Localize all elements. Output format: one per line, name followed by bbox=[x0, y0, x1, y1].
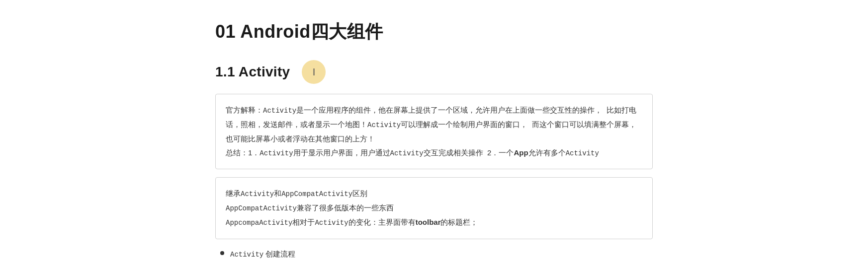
text-line1: 官方解释：Activity是一个应用程序的组件，他在屏幕上提供了一个区域，允许用… bbox=[226, 106, 636, 143]
content-box-2: 继承Activity和AppCompatActivity区别 AppCompat… bbox=[215, 177, 653, 239]
bullet-item-1: Activity 创建流程 bbox=[220, 247, 653, 261]
content-box-1: 官方解释：Activity是一个应用程序的组件，他在屏幕上提供了一个区域，允许用… bbox=[215, 94, 653, 169]
cursor-icon: I bbox=[313, 66, 316, 78]
main-title: 01 Android四大组件 bbox=[215, 20, 653, 44]
section-header: 1.1 Activity I bbox=[215, 60, 653, 84]
content-text-2: 继承Activity和AppCompatActivity区别 AppCompat… bbox=[226, 187, 642, 230]
text-line2: 总结：1．Activity用于显示用户界面，用户通过Activity交互完成相关… bbox=[226, 148, 599, 157]
box2-line1: 继承Activity和AppCompatActivity区别 bbox=[226, 187, 642, 201]
bullet-section: Activity 创建流程 bbox=[215, 247, 653, 261]
page-container: 01 Android四大组件 1.1 Activity I 官方解释：Activ… bbox=[185, 0, 683, 264]
box2-line3: AppcompaActivity相对于Activity的变化：主界面带有tool… bbox=[226, 215, 642, 230]
content-text-1: 官方解释：Activity是一个应用程序的组件，他在屏幕上提供了一个区域，允许用… bbox=[226, 103, 642, 160]
bullet-text: Activity 创建流程 bbox=[230, 247, 295, 261]
bullet-dot bbox=[220, 251, 224, 255]
box2-line2: AppCompatActivity兼容了很多低版本的一些东西 bbox=[226, 201, 642, 215]
cursor-bubble: I bbox=[302, 60, 326, 84]
section-title: 1.1 Activity bbox=[215, 64, 290, 80]
